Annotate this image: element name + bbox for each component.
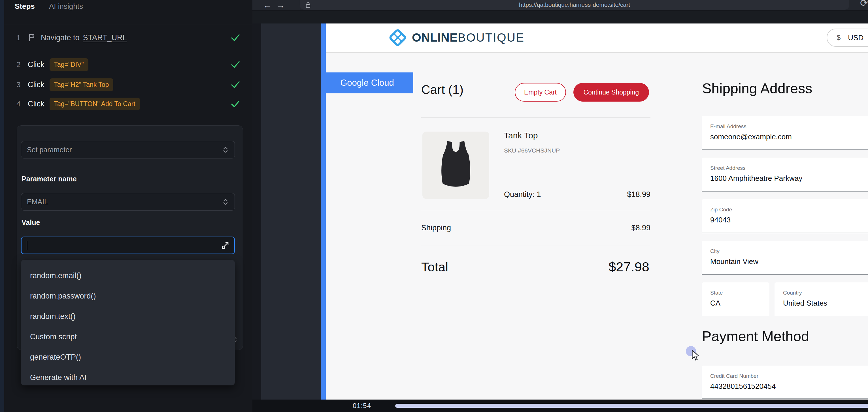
currency-code: USD [848, 33, 864, 42]
check-icon [230, 100, 240, 108]
suggestion-random-text[interactable]: random.text() [30, 306, 229, 327]
step-action: Navigate to [41, 33, 80, 42]
step-row-1[interactable]: 1 Navigate to START_URL [17, 30, 240, 45]
email-field[interactable]: E-mail Address someone@example.com [702, 116, 868, 150]
product-image [423, 132, 489, 199]
city-field[interactable]: City Mountain View [702, 241, 868, 275]
step-row-2[interactable]: 2 Click Tag="DIV" [17, 57, 240, 72]
step-action: Click [28, 100, 44, 108]
step-selector-badge: Tag="DIV" [50, 58, 88, 71]
back-button[interactable]: ← [263, 0, 272, 10]
state-label: State [710, 290, 723, 296]
brand-name-light: BOUTIQUE [458, 31, 524, 44]
tank-top-image [435, 138, 477, 192]
suggestion-generate-ai[interactable]: Generate with AI [30, 367, 229, 388]
step-target-link[interactable]: START_URL [83, 33, 127, 42]
playback-timestamp: 01:54 [353, 400, 371, 412]
country-label: Country [783, 290, 802, 296]
flag-icon [28, 33, 36, 42]
suggestion-random-email[interactable]: random.email() [30, 266, 229, 286]
mouse-cursor-icon [691, 350, 702, 363]
step-number: 1 [17, 33, 23, 42]
toolbar-lower-strip [252, 11, 868, 24]
country-field[interactable]: Country United States [775, 282, 868, 316]
step-number: 3 [17, 80, 23, 89]
google-cloud-badge: Google Cloud [321, 72, 413, 93]
email-label: E-mail Address [710, 124, 746, 130]
chevron-updown-icon [222, 146, 229, 153]
product-quantity: Quantity: 1 [504, 190, 541, 199]
continue-shopping-button[interactable]: Continue Shopping [574, 83, 649, 102]
zip-field[interactable]: Zip Code 94043 [702, 199, 868, 233]
divider [421, 246, 650, 246]
zip-value: 94043 [710, 216, 731, 225]
credit-card-field[interactable]: Credit Card Number 4432801561520454 [702, 366, 868, 399]
cart-title: Cart (1) [421, 82, 463, 97]
shipping-row-price: $8.99 [566, 224, 650, 232]
site-logo[interactable]: ONLINE BOUTIQUE [388, 27, 524, 48]
viewport-left-shade [252, 11, 261, 400]
total-label: Total [421, 260, 448, 274]
tab-steps[interactable]: Steps [15, 0, 35, 12]
parameter-name-value: EMAIL [27, 198, 48, 206]
set-parameter-select[interactable]: Set parameter [21, 141, 235, 159]
logo-diamond-icon [388, 28, 407, 47]
street-field[interactable]: Street Address 1600 Amphitheatre Parkway [702, 158, 868, 192]
product-name[interactable]: Tank Top [504, 131, 538, 140]
city-label: City [710, 248, 719, 254]
empty-cart-button[interactable]: Empty Cart [515, 83, 566, 102]
forward-button[interactable]: → [276, 0, 285, 10]
state-field[interactable]: State CA [702, 282, 769, 316]
check-icon [230, 34, 240, 42]
tab-ai-insights[interactable]: AI insights [49, 0, 83, 12]
product-price: $18.99 [566, 190, 650, 199]
parameter-name-label: Parameter name [22, 175, 77, 183]
app-root: Steps AI insights 1 Navigate to START_UR… [0, 0, 868, 412]
divider [421, 211, 650, 211]
tabs-divider [4, 25, 252, 25]
suggestion-custom-script[interactable]: Custom script [30, 327, 229, 347]
parameter-name-select[interactable]: EMAIL [21, 193, 235, 210]
payment-method-title: Payment Method [702, 328, 809, 345]
playback-progress-bar[interactable] [395, 404, 868, 408]
url-text: https://qa.boutique.harness-demo.site/ca… [300, 0, 849, 10]
check-icon [230, 81, 240, 89]
zip-label: Zip Code [710, 207, 732, 213]
value-suggestions-dropdown: random.email() random.password() random.… [21, 260, 235, 385]
street-label: Street Address [710, 165, 746, 171]
product-sku: SKU #66VCHSJNUP [504, 147, 560, 154]
suggestion-random-password[interactable]: random.password() [30, 286, 229, 306]
set-parameter-placeholder: Set parameter [27, 146, 72, 154]
shipping-row-label: Shipping [421, 224, 451, 232]
step-row-3[interactable]: 3 Click Tag="H2" Tank Top [17, 77, 240, 93]
refresh-icon[interactable]: ⟳ [860, 0, 868, 8]
chevron-updown-icon [222, 198, 229, 206]
total-price: $27.98 [538, 259, 649, 274]
suggestion-generate-otp[interactable]: generateOTP() [30, 347, 229, 367]
step-selector-badge: Tag="H2" Tank Top [50, 78, 114, 91]
state-value: CA [710, 299, 720, 308]
step-row-4[interactable]: 4 Click Tag="BUTTON" Add To Cart [17, 96, 240, 112]
value-input[interactable] [21, 237, 235, 254]
dollar-icon: $ [837, 34, 840, 42]
country-value: United States [783, 299, 827, 308]
value-label: Value [22, 218, 40, 227]
shipping-address-title: Shipping Address [702, 80, 812, 97]
step-number: 4 [17, 100, 23, 108]
currency-selector[interactable]: $ USD [827, 29, 868, 47]
left-rail [0, 0, 4, 412]
step-number: 2 [17, 60, 23, 69]
text-caret [27, 241, 27, 250]
brand-name-bold: ONLINE [412, 31, 458, 44]
street-value: 1600 Amphitheatre Parkway [710, 174, 802, 183]
check-icon [230, 61, 240, 68]
expand-editor-icon[interactable] [221, 241, 229, 249]
step-action: Click [28, 60, 44, 69]
email-value: someone@example.com [710, 132, 792, 141]
step-selector-badge: Tag="BUTTON" Add To Cart [50, 98, 140, 110]
credit-card-label: Credit Card Number [710, 373, 758, 379]
city-value: Mountain View [710, 257, 758, 266]
step-action: Click [28, 80, 44, 89]
divider [421, 117, 650, 118]
credit-card-value: 4432801561520454 [710, 382, 776, 391]
